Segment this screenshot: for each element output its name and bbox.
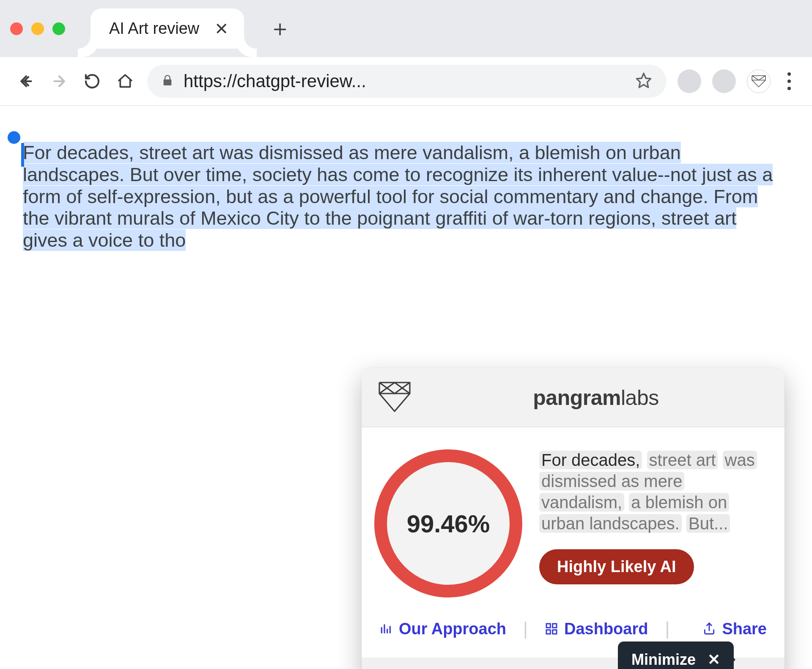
maximize-window-button[interactable] — [52, 22, 65, 35]
selected-text: For decades, street art was dismissed as… — [23, 142, 773, 251]
back-button[interactable] — [15, 70, 37, 92]
browser-tab[interactable]: AI Art review ✕ — [91, 8, 244, 49]
popup-right-column: For decades, street art was dismissed as… — [539, 449, 767, 584]
browser-window: AI Art review ✕ ＋ https://chatgpt-review… — [0, 0, 812, 669]
new-tab-button[interactable]: ＋ — [269, 18, 291, 39]
tab-strip: AI Art review ✕ ＋ — [0, 0, 812, 57]
pangram-logo-icon — [378, 381, 411, 415]
svg-rect-7 — [553, 624, 557, 628]
close-window-button[interactable] — [10, 22, 23, 35]
popup-brand-label: pangramlabs — [423, 385, 768, 410]
popup-footer: Minimize ✕ — [362, 658, 785, 669]
forward-button[interactable] — [48, 70, 70, 92]
ai-score-value: 99.46% — [407, 509, 490, 538]
svg-rect-8 — [546, 630, 550, 634]
page-content: For decades, street art was dismissed as… — [0, 106, 812, 669]
share-label: Share — [722, 620, 767, 638]
svg-rect-9 — [553, 630, 557, 634]
minimize-popup-button[interactable] — [746, 665, 769, 669]
our-approach-link[interactable]: Our Approach — [379, 620, 506, 638]
svg-rect-6 — [546, 624, 550, 628]
popup-body: 99.46% For decades, street art was dismi… — [362, 427, 785, 614]
address-bar[interactable]: https://chatgpt-review... — [147, 65, 667, 98]
tab-title: AI Art review — [109, 19, 199, 38]
minimize-window-button[interactable] — [31, 22, 44, 35]
tooltip-close-button[interactable]: ✕ — [708, 651, 720, 669]
share-link[interactable]: Share — [702, 620, 767, 638]
dashboard-label: Dashboard — [564, 620, 648, 638]
browser-menu-button[interactable] — [782, 68, 797, 94]
analyzed-snippet: For decades, street art was dismissed as… — [539, 449, 767, 534]
our-approach-label: Our Approach — [399, 620, 506, 638]
dashboard-link[interactable]: Dashboard — [545, 620, 648, 638]
pangram-popup: pangramlabs 99.46% For decades, street a… — [362, 368, 785, 669]
link-separator: | — [665, 619, 669, 639]
home-button[interactable] — [114, 70, 136, 92]
popup-header: pangramlabs — [362, 368, 785, 427]
article-text[interactable]: For decades, street art was dismissed as… — [23, 142, 784, 251]
pangram-extension-icon[interactable] — [747, 69, 771, 93]
minimize-tooltip: Minimize ✕ — [618, 641, 734, 669]
window-controls — [10, 22, 65, 35]
gauge-ring-icon: 99.46% — [374, 449, 522, 597]
lock-icon — [162, 74, 173, 88]
profile-avatar-placeholder[interactable] — [712, 69, 736, 93]
ai-score-gauge: 99.46% — [374, 449, 522, 597]
text-caret-icon — [21, 143, 24, 167]
link-separator: | — [523, 619, 528, 639]
close-tab-button[interactable]: ✕ — [214, 20, 229, 37]
profile-avatar-placeholder[interactable] — [678, 69, 701, 93]
selection-handle-icon[interactable] — [8, 131, 20, 144]
browser-toolbar: https://chatgpt-review... — [0, 57, 812, 106]
bookmark-star-icon[interactable] — [635, 72, 652, 91]
minimize-tooltip-label: Minimize — [631, 651, 696, 669]
verdict-badge: Highly Likely AI — [539, 549, 694, 584]
svg-marker-1 — [636, 73, 650, 87]
url-text: https://chatgpt-review... — [184, 71, 625, 91]
reload-button[interactable] — [81, 70, 103, 92]
